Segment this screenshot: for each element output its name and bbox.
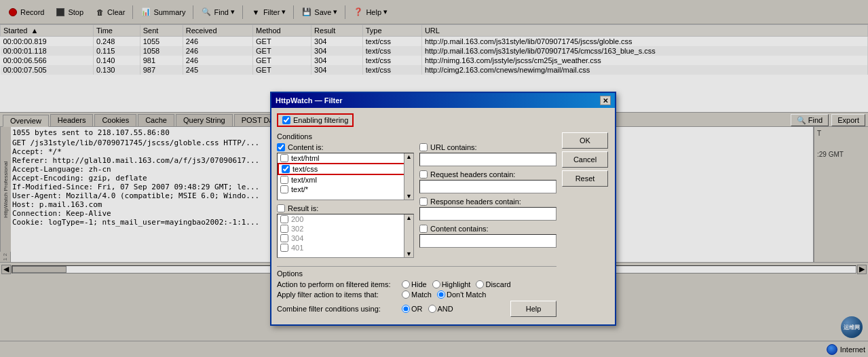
action-hide-radio[interactable] [402,280,410,288]
condition-left: Content is: text/html [277,143,414,262]
result-200[interactable]: 200 [278,214,413,224]
action-label: Action to perform on filtered items: [277,280,399,288]
dialog-body: Enabling filtering Conditions [271,108,615,324]
content-contains-checkbox[interactable] [419,225,428,233]
apply-dontmatch-label: Don't Match [447,290,486,299]
cancel-button[interactable]: Cancel [562,151,608,168]
condition-right: URL contains: Request headers contain: [419,143,556,262]
action-hide-label: Hide [411,280,427,288]
list-scroll-up[interactable]: ▲ [404,153,413,160]
action-hide: Hide [402,280,427,288]
action-discard-radio[interactable] [476,280,484,288]
content-is-checkbox[interactable] [277,143,285,151]
content-type-list[interactable]: text/html text/css text/xm [277,153,414,200]
combine-radio-group: OR AND [402,305,453,313]
result-code-list[interactable]: 200 302 304 [277,214,414,258]
combine-row: Combine filter conditions using: OR AND [277,301,556,317]
content-is-group: Content is: text/html [277,143,414,200]
resp-headers-group: Response headers contain: [419,198,556,221]
result-scroll-down[interactable]: ▼ [404,250,413,257]
url-contains-label: URL contains: [430,143,477,151]
content-contains-header: Content contains: [419,225,556,233]
combine-or: OR [402,305,423,313]
result-scroll-up[interactable]: ▲ [404,214,413,221]
apply-label: Apply filter action to items that: [277,290,399,299]
result-401[interactable]: 401 [278,243,413,252]
combine-or-radio[interactable] [402,305,410,313]
enable-filter-wrapper: Enabling filtering [277,113,354,127]
content-type-wildcard[interactable]: text/* [278,185,413,194]
resp-headers-input[interactable] [419,207,556,221]
result-is-checkbox[interactable] [277,204,285,212]
result-401-checkbox[interactable] [280,244,288,252]
req-headers-group: Request headers contain: [419,170,556,193]
combine-and: AND [428,305,453,313]
conditions-row: Content is: text/html [277,143,556,262]
result-is-label: Result is: [288,204,318,212]
url-contains-checkbox[interactable] [419,143,428,151]
apply-dont-match: Don't Match [437,290,486,299]
dialog-close-button[interactable]: ✕ [600,96,611,105]
options-section: Options Action to perform on filtered it… [277,266,556,317]
left-conditions: Conditions Content is: [277,132,556,319]
wildcard-checkbox[interactable] [280,185,288,193]
resp-headers-checkbox[interactable] [419,198,428,206]
enable-filter-checkbox[interactable] [282,116,290,124]
result-302[interactable]: 302 [278,224,413,233]
apply-match: Match [402,290,432,299]
apply-row: Apply filter action to items that: Match… [277,290,556,299]
result-401-label: 401 [291,244,303,252]
req-headers-input[interactable] [419,180,556,193]
url-contains-group: URL contains: [419,143,556,166]
result-200-label: 200 [291,215,303,223]
result-is-group: Result is: 200 [277,204,414,258]
content-is-label: Content is: [288,143,324,151]
result-is-header: Result is: [277,204,414,212]
action-highlight-radio[interactable] [432,280,440,288]
result-302-label: 302 [291,225,303,233]
content-contains-label: Content contains: [430,225,489,233]
url-contains-header: URL contains: [419,143,556,151]
dialog-content: Conditions Content is: [277,132,609,319]
url-contains-input[interactable] [419,153,556,166]
combine-and-radio[interactable] [428,305,436,313]
content-contains-input[interactable] [419,234,556,248]
req-headers-header: Request headers contain: [419,170,556,178]
apply-radio-group: Match Don't Match [402,290,486,299]
dialog-title: HttpWatch — Filter [276,96,343,105]
content-type-xml[interactable]: text/xml [278,175,413,185]
result-304-label: 304 [291,234,303,242]
content-contains-group: Content contains: [419,225,556,248]
apply-match-radio[interactable] [402,290,410,299]
reset-button[interactable]: Reset [562,170,608,187]
combine-and-label: AND [438,305,453,313]
dialog-titlebar: HttpWatch — Filter ✕ [271,93,615,108]
content-type-html[interactable]: text/html [278,153,413,163]
wildcard-label: text/* [291,185,308,193]
dialog-overlay: HttpWatch — Filter ✕ Enabling filtering … [0,0,868,357]
list-scroll-down[interactable]: ▼ [404,193,413,200]
result-304-checkbox[interactable] [280,234,288,242]
enable-filter-row: Enabling filtering [277,113,609,127]
options-label: Options [277,269,556,278]
apply-dontmatch-radio[interactable] [437,290,445,299]
result-302-checkbox[interactable] [280,225,288,233]
combine-label: Combine filter conditions using: [277,305,399,313]
result-304[interactable]: 304 [278,233,413,243]
ok-button[interactable]: OK [562,132,608,149]
filter-dialog: HttpWatch — Filter ✕ Enabling filtering … [270,92,616,326]
content-is-header: Content is: [277,143,414,151]
help-dialog-button[interactable]: Help [510,301,556,317]
result-200-checkbox[interactable] [280,215,288,223]
conditions-label: Conditions [277,132,556,140]
action-row: Action to perform on filtered items: Hid… [277,280,556,288]
html-checkbox[interactable] [280,154,288,162]
xml-checkbox[interactable] [280,176,288,184]
css-checkbox[interactable] [282,165,290,173]
resp-headers-label: Response headers contain: [430,198,521,206]
apply-match-label: Match [411,290,432,299]
content-type-css[interactable]: text/css [278,163,413,175]
req-headers-checkbox[interactable] [419,170,428,178]
action-radio-group: Hide Highlight Discard [402,280,511,288]
right-buttons: OK Cancel Reset [562,132,609,319]
